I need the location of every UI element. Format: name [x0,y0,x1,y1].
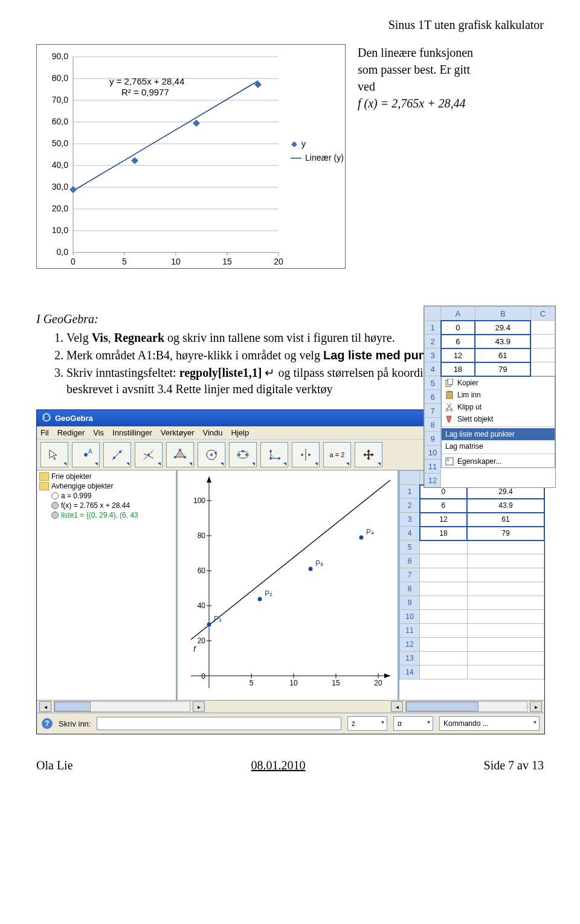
cell-b2[interactable]: 43.9 [475,335,530,348]
gg-a3[interactable]: 12 [420,513,468,527]
row-4-header[interactable]: 4 [425,362,441,376]
scroll-left-button-2[interactable]: ◂ [391,701,403,712]
cell-b3[interactable]: 61 [475,348,530,362]
tool-move-view[interactable] [355,442,382,467]
gg-b6[interactable] [467,554,544,568]
scroll-left-button[interactable]: ◂ [39,701,51,712]
cell-a2[interactable]: 6 [441,335,475,348]
menu-cut[interactable]: Klipp ut [442,401,555,413]
row-3-header[interactable]: 3 [425,348,441,362]
scroll-right-button-2[interactable]: ▸ [530,701,542,712]
gg-b2[interactable]: 43.9 [467,499,544,513]
input-field[interactable] [97,717,341,730]
gg-row-12[interactable]: 12 [400,638,420,652]
cell-c3[interactable] [530,348,555,362]
col-a[interactable]: A [441,307,475,321]
tool-move[interactable] [40,442,68,467]
row-1-header[interactable]: 1 [425,321,441,335]
gg-b14[interactable] [467,666,544,679]
tool-perp[interactable] [135,442,163,467]
row-7-header[interactable]: 7 [425,404,441,418]
gg-a13[interactable] [420,652,468,666]
gg-row-5[interactable]: 5 [400,541,420,554]
algebra-free-folder[interactable]: Frie objekter [38,472,175,481]
tool-ellipse[interactable] [229,442,257,467]
algebra-node-a[interactable]: a = 0.999 [38,491,175,501]
gg-b9[interactable] [467,596,544,610]
gg-a7[interactable] [420,568,468,582]
gg-b11[interactable] [467,624,544,638]
gg-b5[interactable] [467,541,544,554]
cell-c4[interactable] [530,362,555,376]
corner-cell[interactable] [425,307,441,321]
visibility-icon[interactable] [51,492,59,499]
cell-b1[interactable]: 29.4 [475,321,530,335]
gg-row-14[interactable]: 14 [400,666,420,679]
menu-properties[interactable]: Egenskaper... [442,455,555,467]
menu-paste[interactable]: Lim inn [442,389,555,401]
algebra-node-liste[interactable]: liste1 = {(0, 29.4), (6, 43 [38,510,175,520]
col-b[interactable]: B [475,307,530,321]
row-5-header[interactable]: 5 [425,376,441,390]
gg-row-10[interactable]: 10 [400,610,420,624]
tool-reflect[interactable] [292,442,320,467]
col-c[interactable]: C [530,307,555,321]
scroll-track[interactable] [54,701,190,712]
row-8-header[interactable]: 8 [425,418,441,432]
scroll-thumb-2[interactable] [406,702,478,711]
gg-b7[interactable] [467,568,544,582]
visibility-icon[interactable] [51,512,59,519]
cell-a1[interactable]: 0 [441,321,475,335]
gg-b4[interactable]: 79 [467,527,544,541]
gg-a9[interactable] [420,596,468,610]
algebra-view[interactable]: Frie objekter Avhengige objekter a = 0.9… [37,470,178,700]
gg-b12[interactable] [467,638,544,652]
menu-rediger[interactable]: Rediger [57,428,85,437]
gg-row-4[interactable]: 4 [400,527,420,541]
gg-row-3[interactable]: 3 [400,513,420,527]
gg-a5[interactable] [420,541,468,554]
gg-row-6[interactable]: 6 [400,554,420,568]
gg-row-13[interactable]: 13 [400,652,420,666]
gg-a8[interactable] [420,582,468,596]
gg-row-2[interactable]: 2 [400,499,420,513]
scroll-right-button[interactable]: ▸ [193,701,205,712]
row-11-header[interactable]: 11 [425,460,441,473]
gg-b8[interactable] [467,582,544,596]
row-6-header[interactable]: 6 [425,390,441,404]
help-icon[interactable]: ? [42,718,53,729]
tool-slider[interactable]: a = 2 [323,442,351,467]
menu-vis[interactable]: Vis [93,428,104,437]
gg-a11[interactable] [420,624,468,638]
gg-a12[interactable] [420,638,468,652]
menu-copy[interactable]: Kopier [442,377,555,389]
row-9-header[interactable]: 9 [425,432,441,446]
greek-dropdown[interactable]: α [393,716,433,731]
gg-b10[interactable] [467,610,544,624]
menu-innstillinger[interactable]: Innstillinger [112,428,152,437]
gg-row-1[interactable]: 1 [400,485,420,499]
scroll-track-2[interactable] [405,701,527,712]
spreadsheet-view[interactable]: AB 1029.4 2643.9 31261 41879 5 6 7 8 9 1… [399,470,544,700]
menu-hjelp[interactable]: Hjelp [231,428,249,437]
row-10-header[interactable]: 10 [425,446,441,460]
gg-a10[interactable] [420,610,468,624]
graphics-view[interactable]: 0 20 40 60 80 100 5 [178,470,399,700]
row-12-header[interactable]: 12 [425,473,441,487]
gg-a2[interactable]: 6 [420,499,468,513]
visibility-icon[interactable] [51,502,59,509]
menu-verktoyer[interactable]: Verktøyer [161,428,195,437]
tool-polygon[interactable] [166,442,194,467]
gg-a14[interactable] [420,666,468,679]
scroll-thumb[interactable] [54,702,91,711]
menu-delete[interactable]: Slett objekt [442,413,555,425]
cell-c1[interactable] [530,321,555,335]
gg-b13[interactable] [467,652,544,666]
cell-c2[interactable] [530,335,555,348]
command-dropdown[interactable]: Kommando ... [439,716,540,731]
expr-dropdown[interactable]: z [347,716,387,731]
menu-make-list[interactable]: Lag liste med punkter [442,428,555,440]
algebra-dep-folder[interactable]: Avhengige objekter [38,481,175,491]
menu-fil[interactable]: Fil [40,428,49,437]
gg-a4[interactable]: 18 [420,527,468,541]
